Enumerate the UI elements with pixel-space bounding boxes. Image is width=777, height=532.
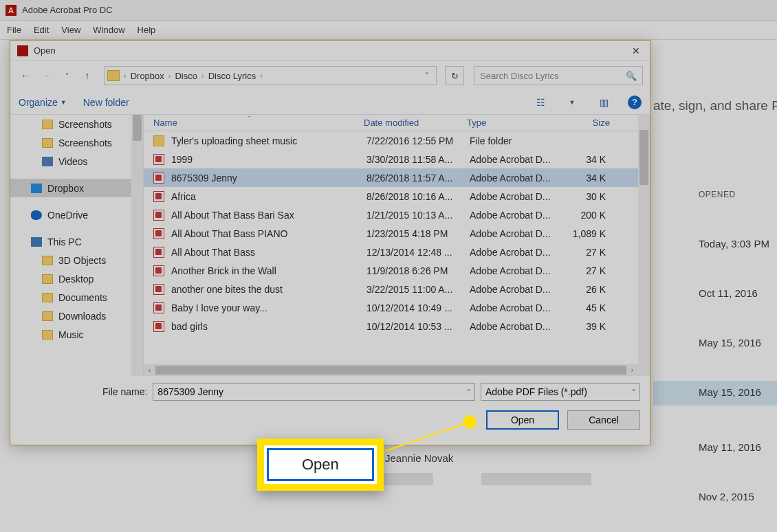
list-hscrollbar[interactable]: ‹ › — [144, 364, 638, 376]
chevron-down-icon[interactable]: ˅ — [632, 388, 635, 396]
nav-recent-dropdown[interactable]: ˅ — [58, 67, 75, 84]
new-folder-button[interactable]: New folder — [83, 97, 129, 108]
file-row[interactable]: All About That Bass12/13/2014 12:48 ...A… — [144, 243, 650, 261]
tree-item[interactable]: Screenshots — [10, 115, 143, 133]
tree-item[interactable]: OneDrive — [10, 206, 143, 224]
file-size: 45 K — [571, 302, 621, 313]
chevron-down-icon[interactable]: ˅ — [467, 388, 470, 396]
file-type: Adobe Acrobat D... — [470, 228, 571, 239]
tree-item[interactable]: Dropbox — [10, 179, 143, 197]
file-type: Adobe Acrobat D... — [470, 210, 571, 221]
hscroll-right-icon[interactable]: › — [626, 366, 638, 374]
folder-icon — [42, 293, 53, 302]
tree-item-label: OneDrive — [47, 210, 88, 221]
folder-icon — [42, 120, 53, 129]
bg-opened-header: OPENED — [699, 190, 736, 199]
open-button[interactable]: Open — [486, 410, 559, 430]
bg-file-date: May 15, 2016 — [699, 386, 761, 398]
tree-scrollbar[interactable] — [131, 115, 143, 376]
col-type[interactable]: Type — [467, 118, 569, 128]
cancel-button[interactable]: Cancel — [567, 410, 640, 430]
view-dropdown-icon[interactable]: ▼ — [565, 96, 580, 109]
folder-icon — [153, 135, 164, 146]
file-row[interactable]: Africa8/26/2018 10:16 A...Adobe Acrobat … — [144, 187, 650, 206]
file-name-input[interactable]: 8675309 Jenny ˅ — [153, 383, 475, 401]
file-row[interactable]: another one bites the dust3/22/2015 11:0… — [144, 280, 650, 298]
menu-file[interactable]: File — [7, 25, 21, 35]
menu-window[interactable]: Window — [93, 25, 124, 35]
file-type: Adobe Acrobat D... — [470, 302, 571, 313]
file-row[interactable]: Tyler's uploading sheet music7/22/2016 1… — [144, 131, 650, 150]
file-size: 200 K — [571, 210, 621, 221]
preview-pane-button[interactable]: ▥ — [596, 96, 611, 109]
breadcrumb-2[interactable]: Disco Lyrics — [206, 71, 259, 81]
bg-file-date: Nov 2, 2015 — [699, 491, 754, 502]
tree-scroll-thumb[interactable] — [133, 115, 142, 141]
view-options-button[interactable]: ☷ — [533, 96, 548, 109]
help-icon[interactable]: ? — [628, 96, 642, 109]
file-size: 26 K — [571, 284, 621, 295]
tree-item[interactable]: Documents — [10, 288, 143, 307]
menu-help[interactable]: Help — [138, 25, 156, 35]
tree-item-label: 3D Objects — [58, 255, 106, 266]
file-name: All About That Bass — [171, 247, 366, 258]
tree-item[interactable]: Downloads — [10, 307, 143, 325]
list-scrollbar[interactable] — [638, 115, 650, 376]
tree-item-label: Screenshots — [58, 119, 112, 130]
file-row[interactable]: All About That Bass PIANO1/23/2015 4:18 … — [144, 224, 650, 243]
tree-item[interactable]: This PC — [10, 232, 143, 251]
tree-item-label: Desktop — [58, 274, 94, 285]
refresh-button[interactable]: ↻ — [445, 66, 464, 85]
file-name: 1999 — [171, 154, 366, 165]
organize-label: Organize — [19, 97, 58, 108]
col-name[interactable]: Name⌃ — [144, 118, 364, 128]
file-name: Another Brick in the Wall — [171, 265, 366, 276]
hscroll-thumb[interactable] — [155, 366, 626, 375]
breadcrumb-sep: › — [200, 71, 206, 80]
nav-up-button[interactable]: ↑ — [79, 67, 96, 84]
dialog-footer: File name: 8675309 Jenny ˅ Adobe PDF Fil… — [10, 376, 650, 439]
nav-forward-button[interactable]: → — [38, 67, 54, 84]
search-placeholder: Search Disco Lyrics — [480, 71, 558, 81]
file-row[interactable]: 19993/30/2018 11:58 A...Adobe Acrobat D.… — [144, 150, 650, 168]
close-icon[interactable]: ✕ — [629, 45, 643, 56]
callout-highlight: Open — [257, 439, 384, 491]
file-name: Tyler's uploading sheet music — [171, 135, 366, 146]
file-date: 8/26/2018 10:16 A... — [366, 191, 470, 202]
file-date: 10/12/2014 10:49 ... — [366, 302, 470, 313]
nav-back-button[interactable]: ← — [17, 67, 34, 84]
breadcrumb-0[interactable]: Dropbox — [128, 71, 167, 81]
breadcrumb-1[interactable]: Disco — [172, 71, 200, 81]
file-type-select[interactable]: Adobe PDF Files (*.pdf) ˅ — [481, 383, 640, 401]
menu-view[interactable]: View — [61, 25, 80, 35]
file-row[interactable]: All About That Bass Bari Sax1/21/2015 10… — [144, 206, 650, 224]
file-row[interactable]: Another Brick in the Wall11/9/2018 6:26 … — [144, 261, 650, 280]
file-type: Adobe Acrobat D... — [470, 173, 571, 184]
tree-item[interactable]: Videos — [10, 152, 143, 170]
menu-edit[interactable]: Edit — [34, 25, 49, 35]
tree-item[interactable]: Music — [10, 325, 143, 344]
folder-icon — [42, 311, 53, 321]
hscroll-left-icon[interactable]: ‹ — [144, 366, 155, 374]
file-row[interactable]: bad girls10/12/2014 10:53 ...Adobe Acrob… — [144, 317, 650, 335]
tree-item[interactable]: Screenshots — [10, 133, 143, 152]
folder-icon — [42, 274, 53, 284]
folder-icon — [42, 138, 53, 148]
search-input[interactable]: Search Disco Lyrics 🔍 — [474, 66, 643, 85]
file-name: Baby I love your way... — [171, 302, 366, 313]
col-date[interactable]: Date modified — [364, 118, 467, 128]
file-size: 27 K — [571, 247, 621, 258]
address-dropdown-icon[interactable]: ˅ — [421, 71, 433, 80]
organize-button[interactable]: Organize ▼ — [19, 97, 67, 108]
file-date: 12/13/2014 12:48 ... — [366, 247, 470, 258]
tree-item[interactable]: 3D Objects — [10, 251, 143, 269]
file-row[interactable]: 8675309 Jenny8/26/2018 11:57 A...Adobe A… — [144, 168, 650, 187]
acrobat-dialog-icon — [17, 45, 28, 56]
tree-item-label: Downloads — [58, 311, 106, 322]
dialog-nav: ← → ˅ ↑ › Dropbox › Disco › Disco Lyrics… — [10, 61, 650, 90]
file-row[interactable]: Baby I love your way...10/12/2014 10:49 … — [144, 298, 650, 317]
address-bar[interactable]: › Dropbox › Disco › Disco Lyrics › ˅ — [104, 66, 437, 85]
tree-item[interactable]: Desktop — [10, 269, 143, 288]
list-scroll-thumb[interactable] — [639, 130, 648, 185]
col-size[interactable]: Size — [569, 118, 618, 128]
